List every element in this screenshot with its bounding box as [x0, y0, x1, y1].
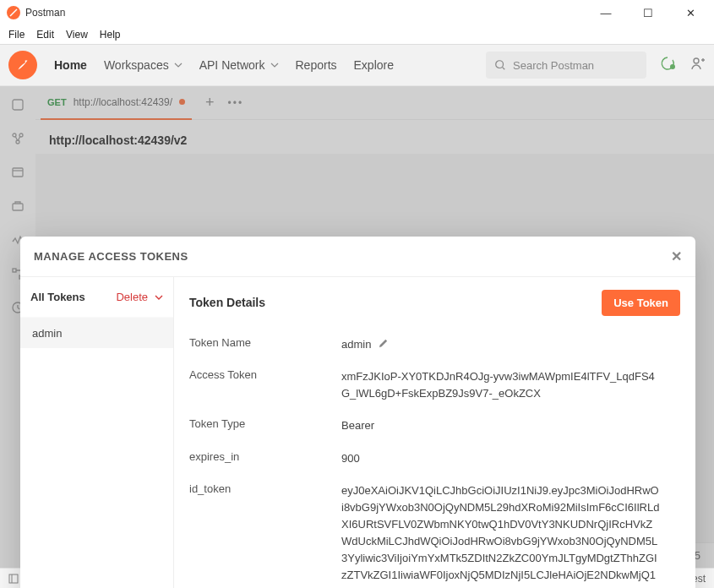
menu-help[interactable]: Help — [100, 29, 121, 41]
maximize-button[interactable]: ☐ — [636, 7, 660, 19]
menu-file[interactable]: File — [8, 29, 25, 41]
field-token-name: Token Name admin — [189, 336, 660, 353]
svg-point-2 — [694, 58, 699, 63]
field-id-token: id_token eyJ0eXAiOiJKV1QiLCJhbGciOiJIUzI… — [189, 482, 660, 588]
menu-view[interactable]: View — [66, 29, 88, 41]
use-token-button[interactable]: Use Token — [602, 290, 680, 316]
chevron-down-icon — [155, 293, 163, 302]
minimize-button[interactable]: — — [594, 7, 618, 19]
svg-point-0 — [496, 61, 504, 68]
menubar: File Edit View Help — [0, 25, 714, 44]
top-nav: Home Workspaces API Network Reports Expl… — [0, 44, 714, 86]
close-dialog-button[interactable]: ✕ — [671, 248, 683, 264]
search-icon — [494, 59, 506, 71]
svg-rect-13 — [9, 574, 18, 583]
close-window-button[interactable]: ✕ — [679, 7, 702, 19]
app-icon — [7, 6, 20, 19]
field-expires-in: expires_in 900 — [189, 450, 660, 467]
nav-reports[interactable]: Reports — [287, 44, 346, 86]
nav-workspaces[interactable]: Workspaces — [95, 44, 191, 86]
invite-icon[interactable] — [690, 56, 706, 74]
svg-point-1 — [670, 64, 675, 69]
chevron-down-icon — [174, 61, 183, 69]
nav-api-network[interactable]: API Network — [191, 44, 287, 86]
app-title: Postman — [25, 7, 65, 19]
id-token-value: eyJ0eXAiOiJKV1QiLCJhbGciOiJIUzI1NiJ9.eyJ… — [341, 482, 660, 588]
postman-logo[interactable] — [8, 51, 37, 79]
titlebar: Postman — ☐ ✕ — [0, 0, 714, 25]
expires-in-value: 900 — [341, 450, 360, 467]
token-list-sidebar: All Tokens Delete admin — [20, 277, 174, 588]
search-input[interactable]: Search Postman — [486, 52, 646, 79]
edit-icon[interactable] — [378, 338, 389, 349]
token-type-value: Bearer — [341, 417, 374, 434]
token-list-item[interactable]: admin — [20, 318, 173, 348]
search-placeholder: Search Postman — [513, 59, 594, 72]
all-tokens-tab[interactable]: All Tokens — [30, 291, 85, 303]
field-token-type: Token Type Bearer — [189, 417, 660, 434]
token-details-heading: Token Details — [189, 296, 265, 309]
sync-icon[interactable] — [660, 56, 675, 74]
nav-home[interactable]: Home — [46, 44, 95, 86]
token-name-value: admin — [341, 336, 371, 353]
access-token-value: xmFzJKIoP-XY0TKDJnR4OJg-yvw3iwMAWpmIE4lT… — [341, 368, 660, 402]
dialog-title: MANAGE ACCESS TOKENS — [34, 250, 188, 263]
menu-edit[interactable]: Edit — [36, 29, 54, 41]
delete-token-dropdown[interactable]: Delete — [116, 291, 163, 303]
manage-tokens-dialog: MANAGE ACCESS TOKENS ✕ All Tokens Delete… — [20, 237, 695, 588]
nav-explore[interactable]: Explore — [346, 44, 402, 86]
chevron-down-icon — [270, 61, 279, 69]
field-access-token: Access Token xmFzJKIoP-XY0TKDJnR4OJg-yvw… — [189, 368, 660, 402]
